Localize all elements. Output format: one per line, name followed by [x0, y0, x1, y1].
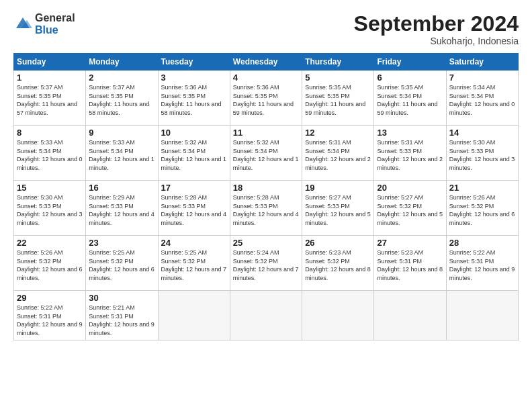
table-row: [446, 291, 518, 340]
day-info: Sunrise: 5:36 AM Sunset: 5:35 PM Dayligh…: [233, 83, 299, 117]
table-row: 6 Sunrise: 5:35 AM Sunset: 5:34 PM Dayli…: [374, 71, 446, 126]
day-number: 26: [305, 238, 371, 248]
table-row: [158, 291, 230, 340]
table-row: 24 Sunrise: 5:25 AM Sunset: 5:32 PM Dayl…: [158, 236, 230, 291]
table-row: 27 Sunrise: 5:23 AM Sunset: 5:31 PM Dayl…: [374, 236, 446, 291]
title-area: September 2024 Sukoharjo, Indonesia: [354, 12, 519, 46]
day-number: 11: [233, 128, 299, 138]
table-row: 1 Sunrise: 5:37 AM Sunset: 5:35 PM Dayli…: [14, 71, 86, 126]
table-row: 30 Sunrise: 5:21 AM Sunset: 5:31 PM Dayl…: [86, 291, 158, 340]
table-row: [230, 291, 302, 340]
day-number: 25: [233, 238, 299, 248]
table-row: 9 Sunrise: 5:33 AM Sunset: 5:34 PM Dayli…: [86, 126, 158, 181]
table-row: 10 Sunrise: 5:32 AM Sunset: 5:34 PM Dayl…: [158, 126, 230, 181]
day-info: Sunrise: 5:26 AM Sunset: 5:32 PM Dayligh…: [449, 193, 515, 227]
day-number: 8: [17, 128, 83, 138]
table-row: 7 Sunrise: 5:34 AM Sunset: 5:34 PM Dayli…: [446, 71, 518, 126]
day-number: 30: [89, 293, 154, 303]
day-number: 17: [161, 183, 227, 193]
day-number: 22: [17, 238, 83, 248]
day-number: 16: [89, 183, 154, 193]
day-info: Sunrise: 5:23 AM Sunset: 5:32 PM Dayligh…: [305, 248, 371, 282]
logo-blue-text: Blue: [35, 24, 75, 36]
header-wednesday: Wednesday: [230, 54, 302, 71]
day-number: 28: [449, 238, 515, 248]
logo-text: General Blue: [35, 12, 75, 36]
day-number: 27: [377, 238, 443, 248]
table-row: 18 Sunrise: 5:28 AM Sunset: 5:33 PM Dayl…: [230, 181, 302, 236]
day-number: 10: [161, 128, 227, 138]
logo-general-text: General: [35, 12, 75, 24]
day-number: 23: [89, 238, 154, 248]
day-info: Sunrise: 5:29 AM Sunset: 5:33 PM Dayligh…: [89, 193, 154, 227]
day-info: Sunrise: 5:30 AM Sunset: 5:33 PM Dayligh…: [449, 138, 515, 172]
day-info: Sunrise: 5:28 AM Sunset: 5:33 PM Dayligh…: [161, 193, 227, 227]
day-info: Sunrise: 5:25 AM Sunset: 5:32 PM Dayligh…: [89, 248, 154, 282]
day-info: Sunrise: 5:33 AM Sunset: 5:34 PM Dayligh…: [89, 138, 154, 172]
table-row: 14 Sunrise: 5:30 AM Sunset: 5:33 PM Dayl…: [446, 126, 518, 181]
header-thursday: Thursday: [302, 54, 374, 71]
table-row: 12 Sunrise: 5:31 AM Sunset: 5:34 PM Dayl…: [302, 126, 374, 181]
table-row: 25 Sunrise: 5:24 AM Sunset: 5:32 PM Dayl…: [230, 236, 302, 291]
day-info: Sunrise: 5:30 AM Sunset: 5:33 PM Dayligh…: [17, 193, 83, 227]
header-monday: Monday: [86, 54, 158, 71]
day-info: Sunrise: 5:37 AM Sunset: 5:35 PM Dayligh…: [17, 83, 83, 117]
table-row: 15 Sunrise: 5:30 AM Sunset: 5:33 PM Dayl…: [14, 181, 86, 236]
day-number: 5: [305, 73, 371, 83]
calendar: Sunday Monday Tuesday Wednesday Thursday…: [13, 53, 519, 340]
day-info: Sunrise: 5:27 AM Sunset: 5:32 PM Dayligh…: [377, 193, 443, 227]
table-row: 28 Sunrise: 5:22 AM Sunset: 5:31 PM Dayl…: [446, 236, 518, 291]
table-row: 5 Sunrise: 5:35 AM Sunset: 5:35 PM Dayli…: [302, 71, 374, 126]
day-info: Sunrise: 5:36 AM Sunset: 5:35 PM Dayligh…: [161, 83, 227, 117]
day-number: 21: [449, 183, 515, 193]
table-row: 26 Sunrise: 5:23 AM Sunset: 5:32 PM Dayl…: [302, 236, 374, 291]
table-row: 19 Sunrise: 5:27 AM Sunset: 5:33 PM Dayl…: [302, 181, 374, 236]
table-row: [374, 291, 446, 340]
day-number: 29: [17, 293, 83, 303]
page: General Blue September 2024 Sukoharjo, I…: [0, 0, 532, 411]
table-row: 13 Sunrise: 5:31 AM Sunset: 5:33 PM Dayl…: [374, 126, 446, 181]
table-row: 8 Sunrise: 5:33 AM Sunset: 5:34 PM Dayli…: [14, 126, 86, 181]
day-number: 24: [161, 238, 227, 248]
day-number: 13: [377, 128, 443, 138]
header-saturday: Saturday: [446, 54, 518, 71]
day-number: 14: [449, 128, 515, 138]
logo: General Blue: [13, 12, 75, 36]
header-sunday: Sunday: [14, 54, 86, 71]
table-row: 4 Sunrise: 5:36 AM Sunset: 5:35 PM Dayli…: [230, 71, 302, 126]
header-tuesday: Tuesday: [158, 54, 230, 71]
day-info: Sunrise: 5:25 AM Sunset: 5:32 PM Dayligh…: [161, 248, 227, 282]
day-number: 18: [233, 183, 299, 193]
day-number: 19: [305, 183, 371, 193]
day-number: 2: [89, 73, 154, 83]
table-row: 23 Sunrise: 5:25 AM Sunset: 5:32 PM Dayl…: [86, 236, 158, 291]
day-info: Sunrise: 5:31 AM Sunset: 5:34 PM Dayligh…: [305, 138, 371, 172]
table-row: 17 Sunrise: 5:28 AM Sunset: 5:33 PM Dayl…: [158, 181, 230, 236]
day-info: Sunrise: 5:21 AM Sunset: 5:31 PM Dayligh…: [89, 304, 154, 337]
day-number: 9: [89, 128, 154, 138]
header-friday: Friday: [374, 54, 446, 71]
header: General Blue September 2024 Sukoharjo, I…: [13, 12, 519, 46]
table-row: 20 Sunrise: 5:27 AM Sunset: 5:32 PM Dayl…: [374, 181, 446, 236]
table-row: [302, 291, 374, 340]
day-info: Sunrise: 5:26 AM Sunset: 5:32 PM Dayligh…: [17, 248, 83, 282]
table-row: 16 Sunrise: 5:29 AM Sunset: 5:33 PM Dayl…: [86, 181, 158, 236]
day-number: 6: [377, 73, 443, 83]
day-number: 4: [233, 73, 299, 83]
subtitle: Sukoharjo, Indonesia: [354, 36, 519, 46]
table-row: 22 Sunrise: 5:26 AM Sunset: 5:32 PM Dayl…: [14, 236, 86, 291]
day-number: 15: [17, 183, 83, 193]
month-title: September 2024: [354, 12, 519, 36]
day-number: 3: [161, 73, 227, 83]
day-info: Sunrise: 5:34 AM Sunset: 5:34 PM Dayligh…: [449, 83, 515, 117]
day-info: Sunrise: 5:24 AM Sunset: 5:32 PM Dayligh…: [233, 248, 299, 282]
day-info: Sunrise: 5:35 AM Sunset: 5:34 PM Dayligh…: [377, 83, 443, 117]
day-info: Sunrise: 5:32 AM Sunset: 5:34 PM Dayligh…: [161, 138, 227, 172]
day-number: 12: [305, 128, 371, 138]
table-row: 21 Sunrise: 5:26 AM Sunset: 5:32 PM Dayl…: [446, 181, 518, 236]
day-info: Sunrise: 5:31 AM Sunset: 5:33 PM Dayligh…: [377, 138, 443, 172]
day-info: Sunrise: 5:27 AM Sunset: 5:33 PM Dayligh…: [305, 193, 371, 227]
day-info: Sunrise: 5:22 AM Sunset: 5:31 PM Dayligh…: [17, 304, 83, 337]
logo-icon: [13, 15, 32, 34]
day-number: 20: [377, 183, 443, 193]
